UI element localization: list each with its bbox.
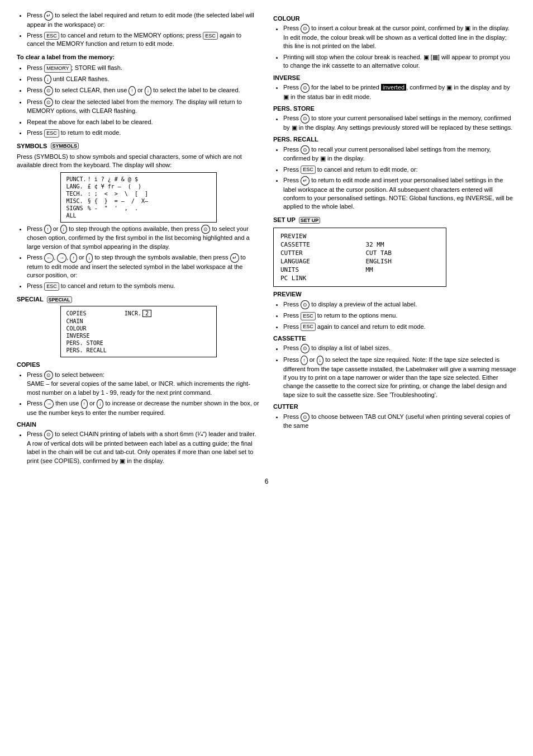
clear-item-6: Press ESC to return to edit mode. — [27, 129, 260, 137]
colour-title: COLOUR — [273, 15, 516, 23]
up-cassette: ↑ — [301, 356, 308, 365]
intro-list: Press ↵ to select the label required and… — [27, 11, 260, 49]
inverse-example: inverted — [381, 84, 406, 91]
special-table: COPIES INCR. 2 CHAIN COLOUR INVERSE PERS… — [65, 309, 153, 355]
preview-title: PREVIEW — [273, 290, 516, 299]
select-btn2: ⊙ — [44, 98, 53, 107]
intro-item-1: Press ↵ to select the label required and… — [27, 11, 260, 29]
sym-row-misc: MISC.§ { } = – / X— — [66, 198, 149, 204]
pers-recall-item-1: Press ⊙ to recall your current personali… — [283, 145, 516, 163]
enter-btn2: ↵ — [230, 253, 239, 263]
clear-item-2: Press ↓ until CLEAR flashes. — [27, 75, 260, 84]
chain-title: CHAIN — [17, 420, 260, 429]
pers-recall-list: Press ⊙ to recall your current personali… — [283, 145, 516, 211]
sel-chain: ⊙ — [44, 430, 53, 440]
pers-recall-item-3: Press ↵ to return to edit mode and inser… — [283, 176, 516, 211]
symbols-badge: SYMBOLS — [51, 143, 79, 149]
symbols-display: PUNCT.! i ? ¿ # & @ $ LANG.£ ¢ ¥ fr — ( … — [60, 172, 217, 223]
esc-key4: ESC — [44, 282, 59, 291]
esc-key5: ESC — [301, 166, 316, 174]
left-column: Press ↵ to select the label required and… — [17, 11, 260, 469]
sym-bullet-3: Press ESC to cancel and return to the sy… — [27, 282, 260, 290]
esc-preview2: ESC — [301, 323, 316, 331]
cassette-title: CASSETTE — [273, 334, 516, 343]
sym-row-signs: SIGNS% - " ' , . — [66, 205, 149, 211]
sp-row-pers-recall: PERS. RECALL — [66, 347, 152, 353]
right-copies: → — [44, 399, 54, 409]
setup-row-language: LANGUAGEENGLISH — [280, 258, 439, 265]
setup-row-preview: PREVIEW — [280, 233, 439, 240]
inverse-item-1: Press ⊙ for the label to be printed inve… — [283, 83, 516, 101]
copies-number: 2 — [142, 310, 151, 317]
setup-table: PREVIEW CASSETTE32 MM CUTTERCUT TAB LANG… — [279, 231, 440, 283]
select-btn: ⊙ — [44, 86, 53, 96]
esc-key3: ESC — [44, 129, 59, 138]
preview-item-1: Press ⊙ to display a preview of the actu… — [283, 300, 516, 310]
sel-cutter: ⊙ — [301, 413, 310, 422]
special-badge: SPECIAL — [47, 296, 72, 303]
copies-item-1: Press ⊙ to select between: SAME – for se… — [27, 371, 260, 397]
sp-row-chain: CHAIN — [66, 318, 152, 324]
pers-recall-item-2: Press ESC to cancel and return to edit m… — [283, 166, 516, 174]
preview-item-3: Press ESC again to cancel and return to … — [283, 323, 516, 331]
sel-cassette: ⊙ — [301, 344, 310, 353]
special-title: SPECIAL SPECIAL — [17, 295, 260, 304]
sel-pers-store: ⊙ — [301, 114, 310, 124]
clear-item-5: Repeat the above for each label to be cl… — [27, 118, 260, 126]
sel-colour: ⊙ — [301, 24, 310, 34]
esc-icon: ESC — [44, 32, 59, 40]
copies-list: Press ⊙ to select between: SAME – for se… — [27, 371, 260, 417]
preview-item-2: Press ESC to return to the options menu. — [283, 311, 516, 320]
enter-pers: ↵ — [301, 176, 310, 186]
esc-preview1: ESC — [301, 312, 316, 320]
down-arrow2: ↓ — [145, 86, 152, 96]
cassette-item-2: Press ↑ or ↓ to select the tape size req… — [283, 356, 516, 399]
down-arrow: ↓ — [44, 75, 51, 84]
setup-badge: SET UP — [299, 217, 321, 224]
page-number: 6 — [17, 478, 516, 485]
setup-row-units: UNITSMM — [280, 266, 439, 273]
right-arr: → — [57, 253, 66, 263]
preview-list: Press ⊙ to display a preview of the actu… — [283, 300, 516, 331]
cassette-item-1: Press ⊙ to display a list of label sizes… — [283, 344, 516, 353]
pers-store-title: PERS. STORE — [273, 105, 516, 113]
chain-list: Press ⊙ to select CHAIN printing of labe… — [27, 430, 260, 465]
up-arr2: ↑ — [70, 253, 77, 263]
special-display: COPIES INCR. 2 CHAIN COLOUR INVERSE PERS… — [60, 306, 217, 357]
enter-icon: ↵ — [44, 11, 53, 21]
clear-label-list: Press MEMORY; STORE will flash. Press ↓ … — [27, 64, 260, 137]
sp-row-copies: COPIES INCR. 2 — [66, 310, 152, 317]
intro-item-2: Press ESC to cancel and return to the ME… — [27, 31, 260, 49]
symbols-intro: Press (SYMBOLS) to show symbols and spec… — [17, 153, 260, 170]
pers-store-item-1: Press ⊙ to store your current personalis… — [283, 114, 516, 132]
setup-row-cassette: CASSETTE32 MM — [280, 241, 439, 248]
cutter-title: CUTTER — [273, 403, 516, 411]
sel-preview: ⊙ — [301, 300, 310, 310]
dn-copies: ↓ — [97, 399, 104, 409]
inverse-list: Press ⊙ for the label to be printed inve… — [283, 83, 516, 101]
setup-title: SET UP SET UP — [273, 216, 516, 224]
pers-recall-title: PERS. RECALL — [273, 135, 516, 144]
sym-row-all: ALL — [66, 212, 149, 219]
setup-row-cutter: CUTTERCUT TAB — [280, 249, 439, 257]
sp-row-inverse: INVERSE — [66, 333, 152, 339]
copies-item-2: Press → then use ↑ or ↓ to increase or d… — [27, 399, 260, 417]
cutter-item-1: Press ⊙ to choose between TAB cut ONLY (… — [283, 413, 516, 431]
setup-row-pclink: PC LINK — [280, 275, 439, 282]
memory-key: MEMORY — [44, 64, 71, 73]
colour-item-1: Press ⊙ to insert a colour break at the … — [283, 24, 516, 50]
clear-item-3: Press ⊙ to select CLEAR, then use ↑ or ↓… — [27, 86, 260, 96]
sym-row-tech: TECH.: ; < > \ [ ] — [66, 191, 149, 197]
dn-arr: ↓ — [60, 225, 68, 234]
dn-arr2: ↓ — [86, 253, 93, 263]
sel-copies: ⊙ — [44, 371, 53, 380]
inverse-title: INVERSE — [273, 74, 516, 82]
sp-row-colour: COLOUR — [66, 325, 152, 332]
sel-inverse: ⊙ — [301, 83, 310, 93]
up-arrow: ↑ — [129, 86, 136, 96]
sym-row-lang: LANG.£ ¢ ¥ fr — ( ) — [66, 183, 149, 190]
copies-title: COPIES — [17, 361, 260, 369]
sym-bullet-2: Press ←, →, ↑ or ↓ to step through the s… — [27, 253, 260, 280]
cutter-list: Press ⊙ to choose between TAB cut ONLY (… — [283, 413, 516, 431]
esc-icon2: ESC — [203, 32, 218, 40]
